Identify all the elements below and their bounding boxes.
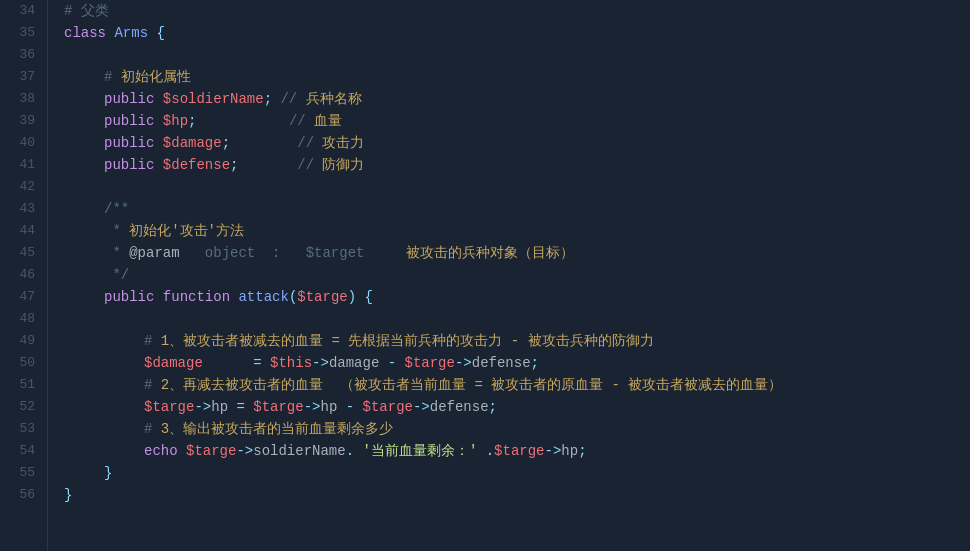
line-number: 45 [12,242,35,264]
token-arrow: -> [236,443,253,459]
token-comment-cn: 防御力 [322,157,364,173]
token-plain [238,157,297,173]
line-number: 34 [12,0,35,22]
token-str: '当前血量剩余：' [362,443,477,459]
line-number: 42 [12,176,35,198]
token-kw: function [163,289,230,305]
token-var: $this [270,355,312,371]
token-kw: public [104,113,154,129]
token-var: $soldierName [163,91,264,107]
token-comment-cn: 3、输出被攻击者的当前血量剩余多少 [161,421,393,437]
token-var: $targe [144,399,194,415]
code-line: # 1、被攻击者被减去的血量 = 先根据当前兵种的攻击力 - 被攻击兵种的防御力 [64,330,970,352]
token-var: $damage [144,355,203,371]
token-comment-cn: 初始化属性 [121,69,191,85]
token-kw2: Arms [114,25,148,41]
line-number: 46 [12,264,35,286]
token-comment: # [144,377,161,393]
token-jsdoc: /** [104,201,129,217]
token-punc: ; [578,443,586,459]
token-comment-cn: 2、再减去被攻击者的血量 （被攻击者当前血量 = 被攻击者的原血量 - 被攻击者… [161,377,783,393]
line-number: 50 [12,352,35,374]
token-plain [154,113,162,129]
token-comment: # [104,69,121,85]
token-comment: // [280,91,305,107]
token-comment: // [289,113,314,129]
token-punc: ; [264,91,272,107]
line-number: 35 [12,22,35,44]
line-number: 53 [12,418,35,440]
token-arrow: -> [455,355,472,371]
token-op: = [236,399,244,415]
line-number: 49 [12,330,35,352]
token-kw: echo [144,443,178,459]
code-line: */ [64,264,970,286]
token-comment: # [144,333,161,349]
token-comment: // [297,157,322,173]
token-punc: ; [489,399,497,415]
code-line: /** [64,198,970,220]
token-op: - [388,355,396,371]
token-arrow: -> [545,443,562,459]
token-punc: . [486,443,494,459]
token-punc: ; [531,355,539,371]
token-var: $targe [494,443,544,459]
code-line: public $defense; // 防御力 [64,154,970,176]
line-number: 43 [12,198,35,220]
token-plain: defense [430,399,489,415]
line-number: 38 [12,88,35,110]
token-plain: hp [321,399,338,415]
code-line: $damage = $this->damage - $targe->defens… [64,352,970,374]
token-jsdoc-cn: 被攻击的兵种对象（目标） [406,245,574,261]
code-content: # 父类class Arms { # 初始化属性public $soldierN… [48,0,970,551]
line-number-gutter: 3435363738394041424344454647484950515253… [0,0,48,551]
token-plain [230,135,297,151]
code-line: } [64,484,970,506]
line-number: 44 [12,220,35,242]
code-line: $targe->hp = $targe->hp - $targe->defens… [64,396,970,418]
token-jsdoc: object : $target [180,245,407,261]
token-plain [337,399,345,415]
token-punc: { [156,25,164,41]
token-arrow: -> [413,399,430,415]
code-line: * @param object : $target 被攻击的兵种对象（目标） [64,242,970,264]
line-number: 55 [12,462,35,484]
code-line: } [64,462,970,484]
token-op: - [346,399,354,415]
token-arrow: -> [312,355,329,371]
token-plain [379,355,387,371]
code-line [64,44,970,66]
token-comment-cn: 攻击力 [322,135,364,151]
token-var: $defense [163,157,230,173]
token-plain [396,355,404,371]
code-line: # 2、再减去被攻击者的血量 （被攻击者当前血量 = 被攻击者的原血量 - 被攻… [64,374,970,396]
token-plain [178,443,186,459]
token-arrow: -> [304,399,321,415]
code-line: # 父类 [64,0,970,22]
token-plain: defense [472,355,531,371]
token-plain [154,91,162,107]
token-punc: } [104,465,112,481]
token-var: $targe [297,289,347,305]
token-var: $damage [163,135,222,151]
token-jsdoc-tag: @param [129,245,179,261]
token-plain [262,355,270,371]
token-punc: } [64,487,72,503]
token-var: $targe [186,443,236,459]
line-number: 37 [12,66,35,88]
token-comment: // [297,135,322,151]
line-number: 48 [12,308,35,330]
code-line: public $soldierName; // 兵种名称 [64,88,970,110]
token-jsdoc-cn: 初始化'攻击'方法 [129,223,244,239]
token-kw: class [64,25,106,41]
token-jsdoc: * [104,245,129,261]
code-line: public $hp; // 血量 [64,110,970,132]
token-punc: ; [222,135,230,151]
line-number: 39 [12,110,35,132]
token-plain [196,113,288,129]
token-comment: # 父类 [64,3,109,19]
token-plain [356,289,364,305]
token-var: $hp [163,113,188,129]
line-number: 52 [12,396,35,418]
line-number: 40 [12,132,35,154]
